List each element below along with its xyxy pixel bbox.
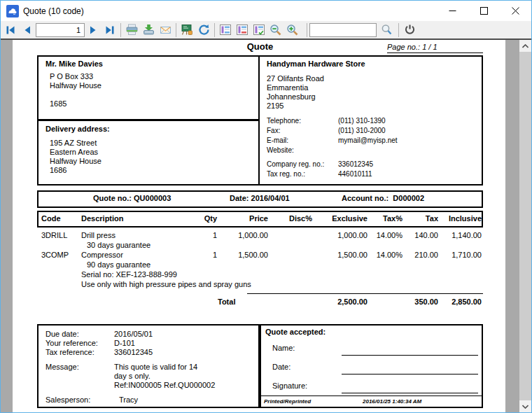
col-tax: Tax (426, 214, 438, 223)
col-exclusive: Exclusive (332, 214, 368, 223)
header-rule (387, 52, 483, 53)
toolbar-separator (176, 23, 176, 37)
date-label: Date: (230, 194, 249, 202)
delivery-address-line: Eastern Areas (50, 148, 102, 157)
supplier-address-line: 2195 (267, 102, 324, 111)
delivery-address-label: Delivery address: (46, 125, 110, 134)
due-date-label: Due date: (46, 330, 79, 339)
search-button[interactable] (377, 22, 396, 38)
tax-reg-value: 446010111 (338, 170, 372, 178)
email-value: mymail@myisp.net (338, 136, 398, 145)
telephone-label: Telephone: (267, 117, 301, 125)
date-value: 2016/04/01 (251, 194, 290, 202)
page-number-input[interactable] (36, 23, 85, 37)
row-tax-pct: 14.00% (377, 231, 402, 240)
row-tax: 140.00 (414, 231, 438, 240)
vertical-scrollbar[interactable] (519, 40, 531, 412)
row-price: 1,000.00 (238, 231, 268, 240)
accept-date-label: Date: (272, 363, 290, 372)
customer-address-line (50, 90, 102, 99)
tax-reference-value: 336012345 (114, 348, 153, 357)
export-button[interactable] (140, 22, 157, 38)
row-qty: 1 (213, 251, 217, 260)
row-tax-pct: 14.00% (377, 251, 402, 260)
row-inclusive: 1,710.00 (451, 251, 482, 260)
tax-reference-label: Tax reference: (46, 348, 94, 357)
col-disc: Disc% (289, 214, 312, 223)
name-signature-line (342, 355, 478, 356)
layout-option-2-button[interactable] (234, 22, 251, 38)
message-line: Ref:IN000005 Ref.QU000002 (114, 381, 215, 390)
zoom-out-button[interactable] (267, 22, 284, 38)
supplier-name: Handyman Hardware Store (267, 59, 365, 69)
next-page-button[interactable] (85, 22, 102, 38)
message-line: day s only. (114, 372, 150, 381)
design-button[interactable] (178, 22, 195, 38)
website-label: Website: (267, 146, 294, 155)
previous-page-button[interactable] (19, 22, 36, 38)
total-label: Total (218, 298, 235, 307)
preview-area: Quote Page no.: 1 / 1 Mr. Mike Davies P … (1, 40, 531, 412)
title-bar[interactable]: Quote (10 code) (1, 1, 531, 21)
row-exclusive: 1,500.00 (337, 251, 368, 260)
chevron-up-icon (522, 44, 528, 48)
toolbar-separator (307, 23, 307, 37)
account-value: D000002 (393, 194, 424, 202)
quote-preview-window: Quote (10 code) (0, 0, 532, 413)
refresh-icon (198, 24, 210, 36)
print-button[interactable] (123, 22, 140, 38)
exit-button[interactable] (401, 22, 418, 38)
close-button[interactable] (500, 1, 531, 21)
last-page-button[interactable] (102, 22, 118, 38)
scrollbar-thumb[interactable] (519, 52, 531, 400)
your-reference-value: D-101 (114, 339, 135, 348)
customer-address-line: P O Box 333 (50, 72, 102, 81)
layout-option-3-button[interactable] (251, 22, 267, 38)
row-note: 90 days guarantee (87, 260, 150, 270)
row-note: Use only with high pressure pipes and sp… (81, 280, 251, 289)
page-number-indicator: Page no.: 1 / 1 (387, 43, 438, 52)
row-tax: 210.00 (414, 251, 438, 260)
printed-reprinted-label: Printed/Reprinted (264, 398, 311, 405)
scrollbar-down-button[interactable] (519, 400, 531, 412)
quote-no-value: QU000003 (134, 194, 171, 202)
signature-line (342, 393, 478, 393)
email-button[interactable] (157, 22, 174, 38)
total-inclusive: 2,850.00 (451, 298, 482, 307)
toolbar-separator (120, 23, 121, 37)
minimize-button[interactable] (437, 1, 468, 21)
printer-icon (126, 24, 138, 36)
row-qty: 1 (213, 231, 217, 240)
first-page-icon (5, 24, 16, 36)
layout-option-1-button[interactable] (217, 22, 234, 38)
accept-signature-label: Signature: (272, 382, 307, 391)
refresh-button[interactable] (195, 22, 212, 38)
total-tax: 350.00 (414, 298, 438, 307)
message-line: This quote is valid for 14 (114, 363, 197, 372)
salesperson-label: Salesperson: (46, 396, 90, 405)
scrollbar-up-button[interactable] (519, 40, 531, 52)
toolbar (1, 21, 531, 40)
col-price: Price (249, 214, 268, 223)
search-input[interactable] (309, 23, 377, 37)
customer-address-line: 1685 (50, 99, 102, 108)
maximize-button[interactable] (468, 1, 500, 21)
zoom-out-icon (270, 24, 282, 36)
toolbar-separator (398, 23, 399, 37)
report-page: Quote Page no.: 1 / 1 Mr. Mike Davies P … (13, 40, 505, 412)
minimize-icon (449, 7, 456, 15)
account-label: Account no.: (342, 194, 388, 202)
zoom-in-button[interactable] (284, 22, 301, 38)
your-reference-label: Your reference: (46, 339, 98, 348)
row-exclusive: 1,000.00 (337, 231, 368, 240)
supplier-address-line: 27 Olifants Road (267, 74, 324, 83)
col-description: Description (81, 214, 124, 223)
toolbar-separator (214, 23, 215, 37)
row-note: Serial no: XEF-123-888-999 (81, 270, 177, 279)
page-no-value: 1 / 1 (422, 43, 437, 51)
delivery-address-line: Halfway House (50, 157, 102, 166)
delivery-address-line: 195 AZ Street (50, 139, 102, 148)
quote-accepted-title: Quote accepted: (265, 328, 326, 337)
first-page-button[interactable] (2, 22, 19, 38)
export-icon (143, 24, 155, 36)
